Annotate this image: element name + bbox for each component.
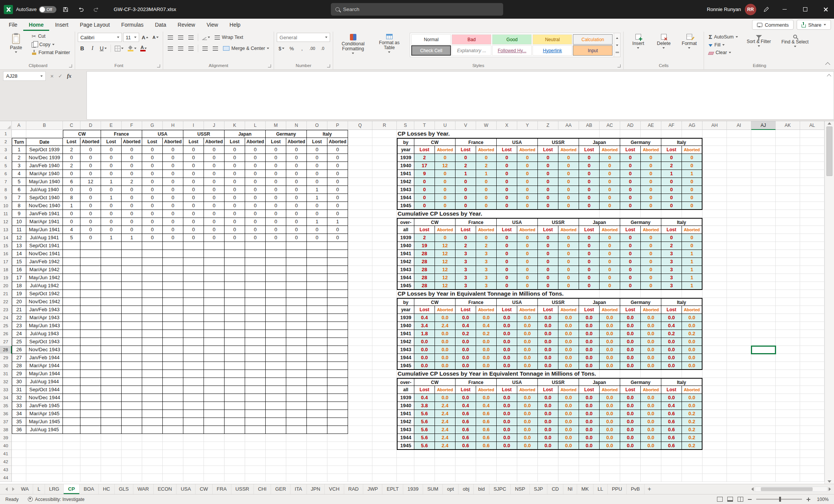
cell-AB25[interactable]: 0.0 xyxy=(579,322,600,330)
cell-R12[interactable] xyxy=(372,218,397,226)
cell-AC8[interactable]: 0 xyxy=(600,186,620,194)
cell-N32[interactable] xyxy=(286,378,307,386)
sheet-tab-jpn[interactable]: JPN xyxy=(307,484,325,494)
cell-AA18[interactable]: 0 xyxy=(558,266,579,274)
cell-I43[interactable] xyxy=(183,466,204,474)
cell-A1[interactable] xyxy=(12,130,26,138)
cell-AG14[interactable]: 0 xyxy=(682,234,702,242)
cell-AK16[interactable] xyxy=(776,250,800,258)
cell-W9[interactable]: 0 xyxy=(476,194,497,202)
cell-K16[interactable] xyxy=(225,250,245,258)
cell-F30[interactable] xyxy=(122,362,142,370)
cell-P17[interactable] xyxy=(327,258,348,266)
cell-L30[interactable] xyxy=(245,362,266,370)
cell-Y36[interactable]: 0.0 xyxy=(517,410,538,418)
cell-AK39[interactable] xyxy=(776,434,800,442)
cell-B18[interactable]: Mar/Apr 1942 xyxy=(26,266,63,274)
cell-B23[interactable]: Jan/Feb 1943 xyxy=(26,306,63,314)
cell-AC21[interactable] xyxy=(600,290,620,298)
cell-M44[interactable] xyxy=(266,474,286,482)
cell-AD13[interactable]: Lost xyxy=(620,226,641,234)
cell-Q12[interactable] xyxy=(348,218,372,226)
cell-O16[interactable] xyxy=(307,250,327,258)
cell-AH31[interactable] xyxy=(702,370,727,378)
cell-B32[interactable]: Jul/Aug 1944 xyxy=(26,378,63,386)
cell-A9[interactable]: 7 xyxy=(12,194,26,202)
cell-S9[interactable]: 1944 xyxy=(397,194,414,202)
cell-AA38[interactable]: 0.0 xyxy=(558,426,579,434)
cell-AK17[interactable] xyxy=(776,258,800,266)
cell-F28[interactable] xyxy=(122,346,142,354)
cell-AH43[interactable] xyxy=(702,466,727,474)
cell-AB40[interactable]: 0.0 xyxy=(579,442,600,450)
cell-T12[interactable]: CW xyxy=(414,218,455,226)
cell-J37[interactable] xyxy=(204,418,225,426)
cell-AG35[interactable]: 0.0 xyxy=(682,402,702,410)
column-header-G[interactable]: G xyxy=(142,121,163,130)
cell-R28[interactable] xyxy=(372,346,397,354)
cell-H40[interactable] xyxy=(163,442,183,450)
cell-E41[interactable] xyxy=(101,450,122,458)
cell-AD37[interactable]: 0.0 xyxy=(620,418,641,426)
row-header-14[interactable]: 14 xyxy=(0,234,12,242)
align-center-button[interactable] xyxy=(176,44,185,53)
cell-O14[interactable]: 0 xyxy=(307,234,327,242)
cell-I19[interactable] xyxy=(183,274,204,282)
cell-AG6[interactable]: 1 xyxy=(682,170,702,178)
cell-G6[interactable]: 0 xyxy=(142,170,163,178)
cell-AJ44[interactable] xyxy=(751,474,776,482)
cell-Z30[interactable]: 0.0 xyxy=(538,362,558,370)
cell-W13[interactable]: Aborted xyxy=(476,226,497,234)
cell-AI1[interactable] xyxy=(727,130,751,138)
cell-AL20[interactable] xyxy=(800,282,824,290)
cell-U42[interactable] xyxy=(435,458,455,466)
cell-T17[interactable]: 28 xyxy=(414,258,435,266)
cell-AD29[interactable]: 0.0 xyxy=(620,354,641,362)
cell-X17[interactable]: 0 xyxy=(497,258,517,266)
cell-A36[interactable]: 34 xyxy=(12,410,26,418)
cell-E30[interactable] xyxy=(101,362,122,370)
cell-AG42[interactable] xyxy=(682,458,702,466)
cell-J33[interactable] xyxy=(204,386,225,394)
column-header-I[interactable]: I xyxy=(183,121,204,130)
cell-Y4[interactable]: 0 xyxy=(517,154,538,162)
cell-P37[interactable] xyxy=(327,418,348,426)
cell-AF36[interactable]: 0.6 xyxy=(661,410,682,418)
orientation-button[interactable] xyxy=(200,33,212,42)
cell-S7[interactable]: 1942 xyxy=(397,178,414,186)
cell-AD17[interactable]: 0 xyxy=(620,258,641,266)
cell-AH1[interactable] xyxy=(702,130,727,138)
cell-R2[interactable] xyxy=(372,138,397,146)
cell-W17[interactable]: 3 xyxy=(476,258,497,266)
cell-A42[interactable] xyxy=(12,458,26,466)
cell-Q41[interactable] xyxy=(348,450,372,458)
cell-J22[interactable] xyxy=(204,298,225,306)
sheet-tab-usa[interactable]: USA xyxy=(176,484,196,494)
cell-S19[interactable]: 1944 xyxy=(397,274,414,282)
cell-Z12[interactable]: USSR xyxy=(538,218,579,226)
conditional-formatting-button[interactable]: Conditional Formatting xyxy=(336,33,370,55)
cell-H9[interactable]: 0 xyxy=(163,194,183,202)
cell-M28[interactable] xyxy=(266,346,286,354)
scroll-down-icon[interactable] xyxy=(828,480,831,483)
cell-N33[interactable] xyxy=(286,386,307,394)
cell-T39[interactable]: 5.6 xyxy=(414,434,435,442)
cell-AC33[interactable]: Aborted xyxy=(600,386,620,394)
cell-E29[interactable] xyxy=(101,354,122,362)
row-header-21[interactable]: 21 xyxy=(0,290,12,298)
cell-AI44[interactable] xyxy=(727,474,751,482)
cell-P44[interactable] xyxy=(327,474,348,482)
cell-I42[interactable] xyxy=(183,458,204,466)
cell-AH11[interactable] xyxy=(702,210,727,218)
cell-J11[interactable]: 0 xyxy=(204,210,225,218)
cell-P18[interactable] xyxy=(327,266,348,274)
cell-U7[interactable]: 0 xyxy=(435,178,455,186)
cell-C3[interactable]: 2 xyxy=(63,146,80,154)
cell-AG37[interactable]: 0.2 xyxy=(682,418,702,426)
cell-AC7[interactable]: 0 xyxy=(600,178,620,186)
cell-W8[interactable]: 0 xyxy=(476,186,497,194)
cell-A18[interactable]: 16 xyxy=(12,266,26,274)
cell-N26[interactable] xyxy=(286,330,307,338)
cell-Z13[interactable]: Lost xyxy=(538,226,558,234)
cell-Q22[interactable] xyxy=(348,298,372,306)
